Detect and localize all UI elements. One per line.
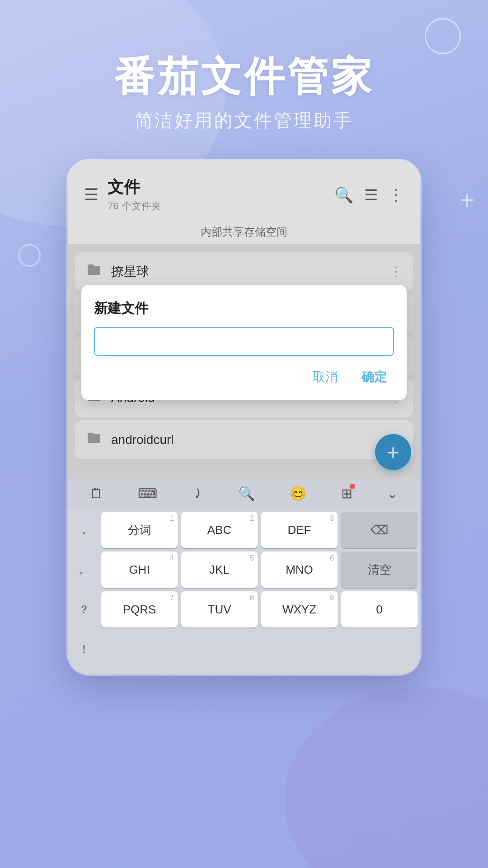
key-clear[interactable]: 清空: [341, 552, 418, 588]
key-question[interactable]: ？: [70, 591, 98, 627]
topbar-subtitle: 76 个文件夹: [108, 199, 325, 213]
chevron-down-icon[interactable]: ⌄: [387, 486, 398, 501]
key-jkl[interactable]: 5 JKL: [181, 552, 258, 588]
key-period-label: 。: [79, 562, 89, 577]
dialog-cancel-button[interactable]: 取消: [305, 365, 345, 389]
file-manager: ☰ 文件 76 个文件夹 🔍 ☰ ⋮ 内部共享存储空间 撩: [68, 160, 420, 675]
key-comma[interactable]: ，: [70, 512, 98, 548]
app-subtitle: 简洁好用的文件管理助手: [0, 108, 488, 133]
keyboard-row-4: ！: [70, 631, 418, 667]
key-tuv-label: TUV: [208, 603, 231, 617]
dialog-title: 新建文件: [94, 299, 394, 318]
key-9-num: 9: [330, 594, 334, 602]
keyboard-area: 🗒 ⌨ ⤸ 🔍 😊 ⊞ ⌄ ， 1: [68, 479, 420, 675]
dialog-actions: 取消 确定: [94, 365, 394, 389]
topbar: ☰ 文件 76 个文件夹 🔍 ☰ ⋮: [68, 160, 420, 220]
bg-blob-bottom: [285, 687, 488, 868]
key-zero-label: 0: [376, 603, 382, 617]
key-exclaim[interactable]: ！: [70, 631, 98, 667]
key-fenchi[interactable]: 1 分词: [101, 512, 178, 548]
grid-icon[interactable]: ⊞: [341, 486, 352, 501]
keyboard-search-icon[interactable]: 🔍: [238, 486, 255, 501]
dialog-overlay: 新建文件 取消 确定: [68, 244, 420, 479]
menu-button[interactable]: ☰: [84, 187, 99, 203]
key-abc[interactable]: 2 ABC: [181, 512, 258, 548]
new-file-input[interactable]: [94, 327, 394, 356]
keyboard-row-3: ？ 7 PQRS 8 TUV 9 WXYZ 0: [70, 591, 418, 627]
new-file-dialog: 新建文件 取消 确定: [81, 285, 407, 400]
key-1-num: 1: [170, 514, 174, 523]
key-tuv[interactable]: 8 TUV: [181, 591, 258, 627]
bg-plus-decoration: +: [460, 185, 474, 215]
key-5-num: 5: [250, 554, 254, 562]
key-mno[interactable]: 6 MNO: [261, 552, 338, 588]
topbar-icons: 🔍 ☰ ⋮: [334, 186, 404, 204]
key-abc-label: ABC: [207, 523, 231, 537]
header-area: 番茄文件管家 简洁好用的文件管理助手: [0, 0, 488, 160]
keyboard-row-2: 。 4 GHI 5 JKL 6 MNO 清空: [70, 552, 418, 588]
key-2-num: 2: [250, 514, 254, 523]
keyboard-toolbar: 🗒 ⌨ ⤸ 🔍 😊 ⊞ ⌄: [68, 479, 420, 508]
clipboard-icon[interactable]: 🗒: [89, 486, 103, 501]
topbar-title: 文件: [108, 176, 325, 198]
more-icon[interactable]: ⋮: [389, 186, 404, 204]
key-delete[interactable]: ⌫: [341, 512, 418, 548]
bg-circle-left: [18, 244, 41, 267]
cursor-icon[interactable]: ⤸: [192, 486, 203, 501]
search-icon[interactable]: 🔍: [334, 186, 353, 204]
key-7-num: 7: [170, 594, 174, 602]
key-mno-label: MNO: [286, 563, 313, 577]
key-8-num: 8: [250, 594, 254, 602]
key-zero[interactable]: 0: [341, 591, 418, 627]
key-exclaim-label: ！: [79, 642, 89, 656]
dialog-confirm-button[interactable]: 确定: [354, 365, 394, 389]
key-question-label: ？: [79, 602, 89, 617]
phone-mockup: ☰ 文件 76 个文件夹 🔍 ☰ ⋮ 内部共享存储空间 撩: [68, 160, 420, 675]
key-comma-label: ，: [79, 523, 89, 537]
keyboard-rows: ， 1 分词 2 ABC 3 DEF ⌫: [68, 508, 420, 675]
key-def-label: DEF: [288, 523, 311, 537]
key-pqrs[interactable]: 7 PQRS: [101, 591, 178, 627]
keyboard-row-1: ， 1 分词 2 ABC 3 DEF ⌫: [70, 512, 418, 548]
key-wxyz-label: WXYZ: [282, 603, 316, 617]
file-list: 撩星球 ⋮ 新建文件 取消 确定: [68, 244, 420, 479]
key-wxyz[interactable]: 9 WXYZ: [261, 591, 338, 627]
key-ghi[interactable]: 4 GHI: [101, 552, 178, 588]
key-ghi-label: GHI: [129, 563, 150, 577]
key-pqrs-label: PQRS: [123, 603, 156, 617]
sort-icon[interactable]: ☰: [364, 186, 378, 204]
topbar-title-area: 文件 76 个文件夹: [108, 176, 325, 213]
key-3-num: 3: [330, 514, 334, 523]
key-delete-label: ⌫: [371, 523, 389, 538]
key-6-num: 6: [330, 554, 334, 562]
keyboard-icon[interactable]: ⌨: [138, 486, 157, 501]
key-clear-label: 清空: [368, 562, 391, 578]
emoji-icon[interactable]: 😊: [290, 486, 306, 501]
storage-label: 内部共享存储空间: [68, 220, 420, 244]
key-jkl-label: JKL: [209, 563, 230, 577]
app-title: 番茄文件管家: [0, 54, 488, 99]
key-def[interactable]: 3 DEF: [261, 512, 338, 548]
key-period[interactable]: 。: [70, 552, 98, 588]
key-fenchi-label: 分词: [128, 522, 151, 538]
notification-dot: [350, 484, 355, 489]
key-4-num: 4: [170, 554, 174, 562]
